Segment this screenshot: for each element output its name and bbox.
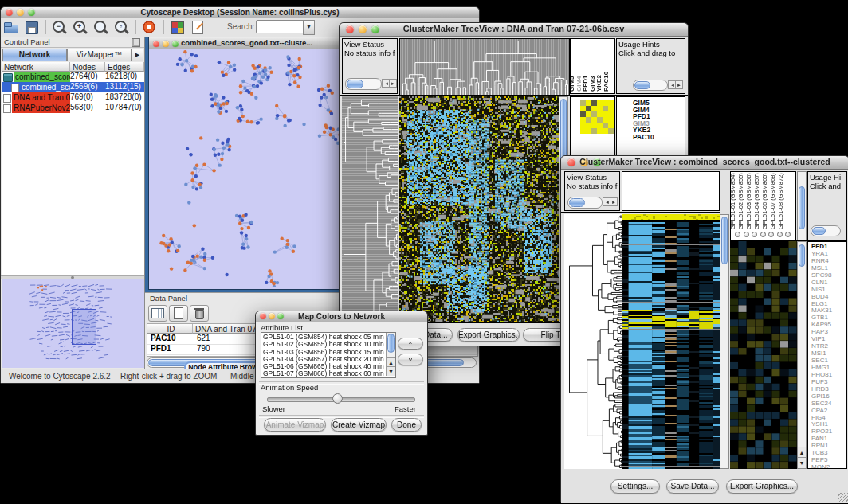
heatmap-cell[interactable] bbox=[603, 123, 608, 128]
network-list-row[interactable]: combined_scores2764(0)16218(0) bbox=[2, 72, 144, 82]
delete-attribute-icon[interactable] bbox=[190, 305, 209, 322]
row-dendrogram-canvas[interactable] bbox=[342, 96, 398, 322]
column-selector-dot[interactable] bbox=[760, 232, 766, 237]
annotation-icon[interactable] bbox=[189, 19, 208, 35]
column-label[interactable]: GPL51-08 (GSM872) bbox=[777, 173, 784, 229]
scroll-up-icon[interactable]: ▲ bbox=[798, 447, 806, 458]
scroll-down-icon[interactable]: ▼ bbox=[387, 366, 395, 376]
column-selector-dot[interactable] bbox=[785, 232, 791, 237]
gene-label[interactable]: MON2 bbox=[811, 464, 832, 469]
column-selector-dot[interactable] bbox=[735, 232, 740, 237]
heatmap-cell[interactable] bbox=[591, 123, 597, 128]
column-selector-dot[interactable] bbox=[777, 232, 783, 237]
scroll-down-icon[interactable]: ▼ bbox=[798, 457, 806, 468]
heatmap-cell[interactable] bbox=[603, 117, 608, 123]
animate-vizmap-button[interactable]: Animate Vizmap bbox=[264, 418, 326, 432]
network-column-header[interactable]: Nodes bbox=[70, 62, 105, 72]
heatmap-cell[interactable] bbox=[597, 106, 603, 111]
treeview2-title-bar[interactable]: ClusterMaker TreeView : combined_scores_… bbox=[561, 156, 848, 170]
usage-hints-hscrollbar[interactable] bbox=[811, 225, 841, 236]
vscroll-thumb[interactable] bbox=[799, 186, 805, 229]
help-icon[interactable] bbox=[140, 19, 159, 35]
new-attribute-icon[interactable] bbox=[169, 305, 188, 322]
resize-grip[interactable] bbox=[838, 493, 848, 502]
treeview1-title-bar[interactable]: ClusterMaker TreeView : DNA and Tran 07-… bbox=[340, 23, 688, 37]
network-list-row[interactable]: RNAPuberNov2+563(0)107847(0) bbox=[2, 103, 144, 113]
search-input[interactable] bbox=[257, 21, 304, 32]
heatmap-global-canvas[interactable] bbox=[399, 96, 559, 322]
column-label[interactable]: PAC10 bbox=[603, 72, 610, 92]
heatmap-cell[interactable] bbox=[603, 106, 608, 111]
column-label[interactable]: GPL51-07 (GSM868) bbox=[769, 173, 776, 229]
heatmap-cell[interactable] bbox=[580, 106, 586, 111]
export-graphics-button[interactable]: Export Graphics... bbox=[726, 479, 798, 494]
heatmap-vscrollbar[interactable] bbox=[720, 214, 729, 469]
heatmap-cell[interactable] bbox=[586, 100, 591, 106]
column-label[interactable]: GPL51-06 (GSM865) bbox=[761, 173, 768, 229]
hscroll-thumb[interactable] bbox=[347, 80, 363, 88]
main-title-bar[interactable]: Cytoscape Desktop (Session Name: collins… bbox=[1, 7, 479, 18]
heatmap-cell[interactable] bbox=[591, 100, 597, 106]
view-status-hscrollbar[interactable] bbox=[345, 78, 382, 90]
heatmap-cell[interactable] bbox=[580, 128, 586, 134]
column-header-id[interactable]: ID bbox=[147, 324, 193, 334]
heatmap-global-canvas[interactable] bbox=[622, 214, 720, 469]
heatmap-cell[interactable] bbox=[608, 111, 614, 117]
zoom-heatmap[interactable] bbox=[580, 100, 614, 134]
vizmapper-icon[interactable] bbox=[168, 19, 187, 35]
zoom-heatmap-canvas[interactable] bbox=[730, 241, 797, 469]
heatmap-cell[interactable] bbox=[580, 111, 586, 117]
network-overview-canvas[interactable] bbox=[2, 279, 144, 368]
column-selector-dot[interactable] bbox=[744, 232, 749, 237]
search-dropdown-button[interactable]: ▼ bbox=[303, 20, 315, 35]
row-dendrogram-canvas[interactable] bbox=[564, 214, 622, 469]
network-list-row[interactable]: DNA and Tran 07769(0)183728(0) bbox=[2, 92, 144, 103]
heatmap-cell[interactable] bbox=[608, 123, 614, 128]
column-label[interactable]: PFD1 bbox=[582, 76, 589, 92]
done-button[interactable]: Done bbox=[391, 418, 422, 432]
network-view-canvas[interactable] bbox=[149, 49, 343, 287]
vscroll-thumb[interactable] bbox=[387, 334, 395, 353]
heatmap-cell[interactable] bbox=[591, 117, 597, 123]
heatmap-cell[interactable] bbox=[597, 123, 603, 128]
scroll-right-icon[interactable]: ► bbox=[675, 80, 683, 89]
heatmap-cell[interactable] bbox=[580, 117, 586, 123]
heatmap-cell[interactable] bbox=[586, 117, 591, 123]
heatmap-cell[interactable] bbox=[597, 117, 603, 123]
scroll-right-icon[interactable]: ► bbox=[389, 79, 397, 88]
usage-hints-hscrollbar[interactable] bbox=[633, 80, 668, 91]
network-list-row[interactable]: combined_sco2569(6)13112(15) bbox=[2, 82, 144, 92]
heatmap-cell[interactable] bbox=[597, 111, 603, 117]
speed-slider-thumb[interactable] bbox=[332, 393, 343, 404]
heatmap-cell[interactable] bbox=[603, 100, 608, 106]
column-selector-dot[interactable] bbox=[768, 232, 774, 237]
heatmap-cell[interactable] bbox=[597, 128, 603, 134]
heatmap-cell[interactable] bbox=[603, 111, 608, 117]
network-column-header[interactable]: Network bbox=[2, 62, 70, 72]
heatmap-cell[interactable] bbox=[580, 100, 586, 106]
attribute-table-icon[interactable] bbox=[148, 305, 167, 322]
column-label[interactable]: GIM5 bbox=[570, 76, 575, 92]
tab-overflow-button[interactable]: ▶ bbox=[132, 49, 143, 61]
heatmap-cell[interactable] bbox=[608, 106, 614, 111]
column-label[interactable]: GPL51-01 (GSM854) bbox=[730, 173, 736, 229]
gene-label[interactable]: PAC10 bbox=[633, 134, 654, 141]
tab-vizmapper[interactable]: VizMapper™ bbox=[67, 49, 132, 61]
column-dendrogram-area[interactable] bbox=[622, 171, 720, 211]
column-label[interactable]: GPL51-04 (GSM857) bbox=[753, 173, 760, 229]
create-vizmap-button[interactable]: Create Vizmap bbox=[331, 418, 387, 432]
vscroll-thumb[interactable] bbox=[721, 217, 728, 264]
zoom-out-icon[interactable]: − bbox=[50, 19, 69, 35]
zoom-fit-icon[interactable] bbox=[92, 19, 111, 35]
heatmap-cell[interactable] bbox=[591, 106, 597, 111]
attribute-list-item[interactable]: GPL51-07 (GSM868) heat shock 60 min bbox=[261, 370, 385, 377]
vscroll-thumb[interactable] bbox=[799, 244, 805, 267]
open-session-icon[interactable] bbox=[2, 19, 21, 35]
move-down-button[interactable]: v bbox=[398, 354, 423, 365]
settings-button[interactable]: Settings... bbox=[610, 479, 660, 494]
network-column-header[interactable]: Edges bbox=[105, 62, 144, 72]
list-vscrollbar[interactable]: ▲ ▼ bbox=[386, 333, 395, 376]
float-panel-icon[interactable] bbox=[132, 38, 140, 47]
heatmap-cell[interactable] bbox=[608, 117, 614, 123]
labels-vscrollbar[interactable] bbox=[797, 171, 807, 241]
